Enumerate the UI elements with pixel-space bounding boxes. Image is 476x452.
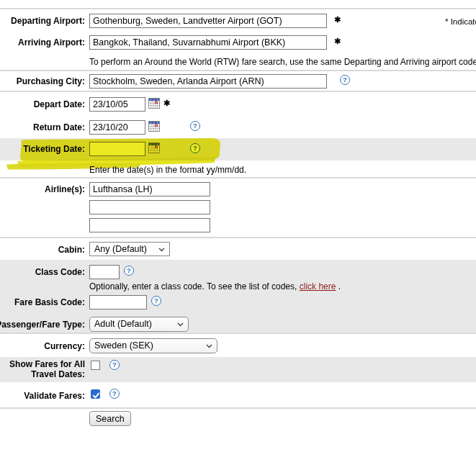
chevron-down-icon: [158, 242, 165, 256]
currency-label: Currency:: [44, 341, 85, 351]
separator: [0, 91, 476, 92]
required-asterisk: ✱: [334, 16, 341, 24]
show-fares-label-line1: Show Fares for All: [9, 359, 85, 369]
help-icon[interactable]: ?: [124, 266, 134, 276]
currency-selected-value: Sweden (SEK): [94, 338, 153, 353]
return-date-input[interactable]: [89, 120, 145, 135]
class-code-label: Class Code:: [35, 267, 85, 277]
required-asterisk: ✱: [334, 37, 341, 45]
separator: [0, 237, 476, 238]
passenger-type-label: Passenger/Fare Type:: [0, 320, 85, 330]
currency-select[interactable]: Sweden (SEK): [89, 338, 217, 353]
purchasing-city-input[interactable]: [89, 74, 327, 89]
help-icon[interactable]: ?: [340, 75, 350, 85]
ticketing-date-input[interactable]: [89, 142, 145, 156]
class-code-note-suffix: .: [336, 281, 341, 291]
fare-basis-input[interactable]: [89, 295, 147, 309]
airline-input-3[interactable]: [89, 218, 210, 232]
chevron-down-icon: [206, 338, 212, 353]
airline-input-2[interactable]: [89, 200, 210, 214]
departing-airport-input[interactable]: [89, 14, 327, 28]
fare-basis-label: Fare Basis Code:: [14, 297, 85, 307]
calendar-icon[interactable]: [148, 143, 160, 153]
separator: [0, 177, 476, 178]
class-code-input[interactable]: [89, 265, 120, 279]
help-icon[interactable]: ?: [109, 360, 120, 370]
validate-fares-checkbox[interactable]: [91, 389, 100, 399]
date-format-note: Enter the date(s) in the format yy/mm/dd…: [89, 165, 246, 175]
class-code-note-prefix: Optionally, enter a class code. To see t…: [89, 281, 297, 291]
arriving-airport-label: Arriving Airport:: [18, 37, 85, 48]
show-fares-label-line2: Travel Dates:: [9, 369, 85, 379]
separator: [0, 8, 476, 9]
show-fares-label: Show Fares for All Travel Dates:: [9, 359, 85, 379]
cabin-selected-value: Any (Default): [94, 242, 147, 256]
airline-input-1[interactable]: [89, 182, 210, 196]
ticketing-date-label: Ticketing Date:: [23, 144, 85, 154]
separator: [0, 333, 476, 334]
rtw-note: To perform an Around the World (RTW) far…: [89, 57, 476, 67]
help-icon[interactable]: ?: [190, 143, 200, 153]
click-here-link[interactable]: click here: [300, 281, 336, 291]
search-button[interactable]: Search: [89, 411, 131, 426]
required-asterisk: ✱: [163, 99, 170, 107]
help-icon[interactable]: ?: [151, 296, 161, 306]
purchasing-city-label: Purchasing City:: [17, 76, 85, 86]
separator: [0, 70, 476, 71]
depart-date-input[interactable]: [89, 97, 145, 112]
help-icon[interactable]: ?: [190, 121, 200, 131]
validate-fares-label: Validate Fares:: [24, 391, 85, 401]
fare-search-form: Departing Airport: ✱ * Indicates Arrivin…: [0, 0, 476, 452]
depart-date-label: Depart Date:: [34, 99, 85, 109]
marker-highlight: [0, 0, 476, 452]
separator: [0, 407, 476, 409]
required-note: * Indicates: [445, 17, 476, 27]
cabin-select[interactable]: Any (Default): [89, 242, 170, 256]
help-icon[interactable]: ?: [109, 389, 120, 399]
calendar-icon[interactable]: [148, 98, 160, 109]
airlines-label: Airline(s):: [45, 184, 85, 194]
calendar-icon[interactable]: [148, 121, 160, 132]
passenger-type-selected-value: Adult (Default): [94, 317, 152, 332]
departing-airport-label: Departing Airport:: [11, 16, 85, 26]
arriving-airport-input[interactable]: [89, 35, 327, 50]
show-fares-checkbox[interactable]: [91, 361, 100, 370]
class-code-note: Optionally, enter a class code. To see t…: [89, 281, 341, 291]
return-date-label: Return Date:: [33, 122, 85, 132]
cabin-label: Cabin:: [58, 245, 85, 255]
passenger-type-select[interactable]: Adult (Default): [89, 317, 189, 332]
chevron-down-icon: [177, 317, 184, 332]
